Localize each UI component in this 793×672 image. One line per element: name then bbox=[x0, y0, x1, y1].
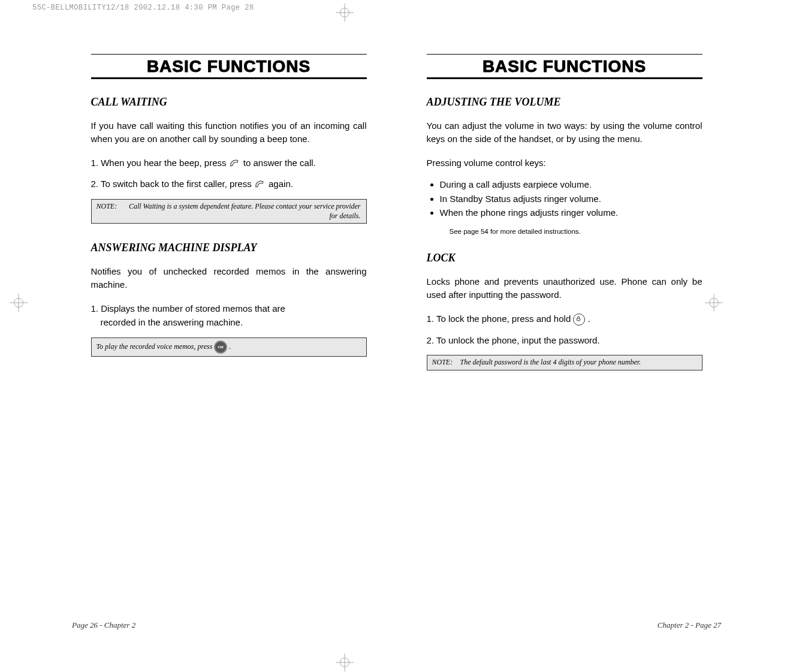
section-heading-lock: LOCK bbox=[427, 252, 702, 264]
lock-note: NOTE: The default password is the last 4… bbox=[427, 355, 702, 370]
amd-intro: Notifies you of unchecked recorded memos… bbox=[91, 265, 367, 291]
lock-step-1: 1. To lock the phone, press and hold . bbox=[427, 312, 702, 326]
volume-bullet-1: During a call adjusts earpiece volume. bbox=[440, 177, 702, 191]
page-title: BASIC FUNCTIONS bbox=[483, 57, 646, 76]
crop-mark-bottom bbox=[336, 653, 354, 671]
cw-step1-text-b: to answer the call. bbox=[243, 158, 316, 168]
volume-bullet-3: When the phone rings adjusts ringer volu… bbox=[440, 206, 702, 219]
volume-subhead: Pressing volume control keys: bbox=[427, 156, 702, 170]
cw-step1-text-a: 1. When you hear the beep, press bbox=[91, 158, 227, 168]
note-content: Call Waiting is a system dependent featu… bbox=[125, 202, 361, 221]
amd-step-1a: 1. Displays the number of stored memos t… bbox=[91, 302, 367, 315]
call-waiting-note: NOTE: Call Waiting is a system dependent… bbox=[91, 199, 367, 224]
send-key-icon bbox=[254, 180, 266, 189]
crop-mark-top bbox=[336, 4, 354, 22]
left-page-footer: Page 26 - Chapter 2 bbox=[72, 620, 135, 630]
call-waiting-step-2: 2. To switch back to the first caller, p… bbox=[91, 177, 367, 191]
note-label: NOTE: bbox=[432, 358, 459, 367]
right-page-footer: Chapter 2 - Page 27 bbox=[658, 620, 721, 630]
cw-step2-text-a: 2. To switch back to the first caller, p… bbox=[91, 179, 252, 189]
call-waiting-intro: If you have call waiting this function n… bbox=[91, 119, 367, 146]
lock-step-2: 2. To unlock the phone, input the passwo… bbox=[427, 334, 702, 347]
ok-key-icon: OK bbox=[214, 340, 227, 354]
lock-step1-text-a: 1. To lock the phone, press and hold bbox=[427, 314, 571, 324]
section-heading-amd: ANSWERING MACHINE DISPLAY bbox=[91, 242, 367, 254]
volume-bullet-list: During a call adjusts earpiece volume. I… bbox=[440, 177, 702, 219]
cw-step2-text-b: again. bbox=[269, 179, 293, 189]
amd-play-text-b: . bbox=[229, 342, 231, 351]
right-page: BASIC FUNCTIONS ADJUSTING THE VOLUME You… bbox=[415, 54, 714, 388]
note-content: The default password is the last 4 digit… bbox=[460, 358, 696, 367]
svg-rect-0 bbox=[577, 318, 580, 321]
section-heading-call-waiting: CALL WAITING bbox=[91, 96, 367, 109]
lock-intro: Locks phone and prevents unauthorized us… bbox=[427, 275, 702, 302]
lock-key-icon bbox=[573, 314, 585, 326]
note-label: NOTE: bbox=[97, 202, 123, 212]
volume-seealso: See page 54 for more detailed instructio… bbox=[450, 228, 702, 235]
send-key-icon bbox=[229, 159, 241, 168]
lock-step1-text-b: . bbox=[588, 314, 590, 324]
page-title-row: BASIC FUNCTIONS bbox=[427, 54, 702, 79]
call-waiting-step-1: 1. When you hear the beep, press to answ… bbox=[91, 156, 367, 170]
volume-intro: You can adjust the volume in two ways: b… bbox=[427, 119, 702, 146]
section-heading-volume: ADJUSTING THE VOLUME bbox=[427, 96, 702, 109]
page-title-row: BASIC FUNCTIONS bbox=[91, 54, 367, 79]
amd-play-box: To play the recorded voice memos, press … bbox=[91, 337, 367, 357]
print-meta-header: 55C-BELLMOBILITY12/18 2002.12.18 4:30 PM… bbox=[32, 4, 254, 12]
amd-play-text-a: To play the recorded voice memos, press bbox=[97, 342, 213, 351]
volume-bullet-2: In Standby Status adjusts ringer volume. bbox=[440, 192, 702, 206]
page-title: BASIC FUNCTIONS bbox=[147, 57, 310, 76]
left-page: BASIC FUNCTIONS CALL WAITING If you have… bbox=[79, 54, 379, 388]
amd-step-1b: recorded in the answering machine. bbox=[91, 316, 367, 329]
